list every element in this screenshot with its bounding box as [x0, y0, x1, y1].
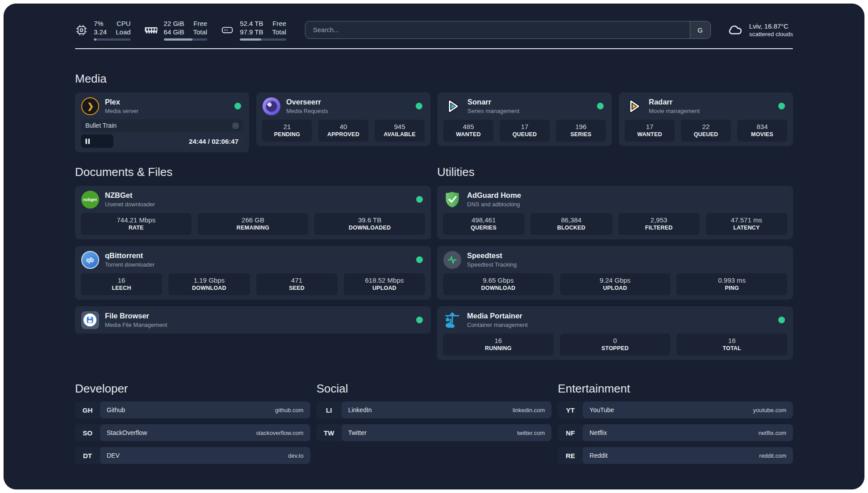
stat-value: 47.571 ms: [708, 216, 785, 224]
service-card-qbittorrent[interactable]: qbqBittorrentTorrent downloader16LEECH1.…: [75, 246, 431, 300]
bookmark-url: dev.to: [288, 452, 303, 459]
section-documents: Documents & Files nzbgetNZBGetUsenet dow…: [75, 165, 431, 334]
now-playing-row: Bullet Train: [81, 119, 243, 132]
stat-wanted: 485WANTED: [443, 120, 493, 142]
stat-upload: 618.52 MbpsUPLOAD: [344, 273, 425, 295]
bookmark-url: netflix.com: [759, 430, 786, 436]
resource-value: 3.24: [94, 28, 107, 36]
resource-cpu: 7%3.24CPULoad: [75, 19, 131, 41]
bookmark-netflix[interactable]: NFNetflixnetflix.com: [558, 424, 793, 441]
stat-value: 40: [320, 122, 367, 131]
bookmark-github[interactable]: GHGithubgithub.com: [75, 401, 310, 418]
stat-value: 22: [683, 122, 729, 131]
service-name: Speedtest: [467, 251, 787, 260]
stat-label: APPROVED: [320, 131, 367, 138]
stat-value: 618.52 Mbps: [346, 276, 423, 284]
stat-value: 485: [445, 122, 492, 131]
resource-value: 64 GiB: [164, 28, 184, 36]
stat-total: 16TOTAL: [676, 334, 787, 355]
stat-label: WANTED: [445, 131, 492, 138]
stat-available: 945AVAILABLE: [375, 120, 425, 142]
stat-value: 21: [264, 122, 310, 131]
service-card-file-browser[interactable]: File BrowserMedia File Management: [75, 306, 431, 334]
stat-value: 9.24 Gbps: [562, 276, 669, 284]
service-description: Speedtest Tracking: [467, 261, 787, 268]
stat-value: 17: [626, 122, 673, 131]
search-input[interactable]: [305, 21, 690, 38]
service-card-speedtest[interactable]: SpeedtestSpeedtest Tracking9.65 GbpsDOWN…: [437, 246, 793, 300]
status-dot: [778, 103, 785, 109]
service-card-plex[interactable]: ❯PlexMedia serverBullet Train24:44 / 02:…: [75, 92, 249, 152]
bookmark-dev[interactable]: DTDEVdev.to: [75, 447, 310, 464]
stat-label: LATENCY: [708, 224, 785, 232]
service-card-overseerr[interactable]: OverseerrMedia Requests21PENDING40APPROV…: [256, 92, 430, 146]
stat-label: LEECH: [83, 284, 160, 292]
section-media: Media ❯PlexMedia serverBullet Train24:44…: [75, 71, 793, 152]
radarr-icon: [625, 97, 643, 115]
stat-label: RATE: [83, 224, 190, 232]
service-card-nzbget[interactable]: nzbgetNZBGetUsenet downloader744.21 Mbps…: [75, 186, 431, 239]
section-title-entertainment: Entertainment: [558, 381, 793, 396]
bookmark-abbr: GH: [75, 401, 100, 418]
bookmark-twitter[interactable]: TWTwittertwitter.com: [317, 424, 552, 441]
stat-value: 9.65 Gbps: [445, 276, 552, 284]
status-dot: [597, 103, 604, 109]
service-stats: 744.21 MbpsRATE266 GBREMAINING39.6 TBDOW…: [81, 213, 425, 235]
status-dot: [416, 196, 423, 203]
cpu-icon: [75, 24, 88, 37]
stat-leech: 16LEECH: [81, 273, 162, 295]
service-card-radarr[interactable]: RadarrMovie management17WANTED22QUEUED83…: [619, 92, 793, 146]
service-card-media-portainer[interactable]: Media PortainerContainer management16RUN…: [437, 306, 793, 360]
resource-usage-bar: [94, 38, 131, 41]
stat-rate: 744.21 MbpsRATE: [81, 213, 192, 235]
bookmark-youtube[interactable]: YTYouTubeyoutube.com: [558, 401, 793, 418]
stat-label: MOVIES: [739, 131, 785, 138]
plex-icon: ❯: [81, 97, 99, 115]
service-description: Series management: [467, 107, 591, 115]
stat-seed: 471SEED: [256, 273, 338, 295]
system-resources: 7%3.24CPULoad22 GiB64 GiBFreeTotal52.4 T…: [75, 19, 286, 41]
stat-label: QUERIES: [445, 224, 522, 232]
service-name: File Browser: [105, 311, 410, 321]
playback-time: 24:44 / 02:06:47: [189, 138, 243, 145]
bookmark-name: Twitter: [348, 429, 517, 436]
service-card-sonarr[interactable]: SonarrSeries management485WANTED17QUEUED…: [438, 92, 612, 146]
stat-latency: 47.571 msLATENCY: [706, 213, 787, 235]
stat-label: REMAINING: [200, 224, 307, 232]
bookmark-linkedin[interactable]: LILinkedInlinkedin.com: [317, 401, 552, 418]
stat-value: 2,953: [620, 216, 698, 224]
service-description: DNS and adblocking: [467, 201, 787, 208]
stat-pending: 21PENDING: [262, 120, 312, 142]
resource-memory: 22 GiB64 GiBFreeTotal: [144, 19, 208, 41]
bookmark-reddit[interactable]: RERedditreddit.com: [558, 447, 793, 464]
pause-icon: [85, 134, 90, 148]
stat-queries: 498,461QUERIES: [443, 213, 524, 235]
bookmark-url: linkedin.com: [513, 407, 545, 414]
weather-location: Lviv, 16.87°C: [749, 22, 793, 30]
stat-label: PING: [678, 284, 785, 292]
service-stats: 498,461QUERIES86,384BLOCKED2,953FILTERED…: [443, 213, 787, 235]
service-name: Overseerr: [286, 97, 410, 107]
service-stats: 9.65 GbpsDOWNLOAD9.24 GbpsUPLOAD0.993 ms…: [443, 273, 787, 295]
adguard-icon: [443, 190, 461, 209]
stat-label: DOWNLOAD: [445, 284, 552, 292]
search-provider-button[interactable]: G: [690, 21, 710, 38]
bookmark-stackoverflow[interactable]: SOStackOverflowstackoverflow.com: [75, 424, 310, 441]
resource-disk: 52.4 TB97.9 TBFreeTotal: [221, 19, 286, 41]
status-dot: [416, 256, 423, 263]
service-name: Radarr: [649, 97, 772, 107]
resource-usage-bar: [240, 38, 286, 41]
resource-value: 22 GiB: [164, 19, 184, 28]
stat-value: 1.19 Gbps: [170, 276, 248, 284]
service-card-adguard-home[interactable]: AdGuard HomeDNS and adblocking498,461QUE…: [437, 186, 793, 239]
resource-value: 97.9 TB: [240, 28, 263, 36]
stat-movies: 834MOVIES: [737, 120, 787, 142]
stat-label: PENDING: [264, 131, 310, 138]
bookmark-url: reddit.com: [759, 452, 786, 459]
bookmark-name: Github: [107, 406, 275, 414]
stat-label: DOWNLOAD: [170, 284, 248, 292]
stat-value: 266 GB: [200, 216, 307, 224]
stat-value: 86,384: [532, 216, 610, 224]
weather-widget[interactable]: Lviv, 16.87°C scattered clouds: [727, 21, 793, 39]
stat-value: 0.993 ms: [678, 276, 785, 284]
